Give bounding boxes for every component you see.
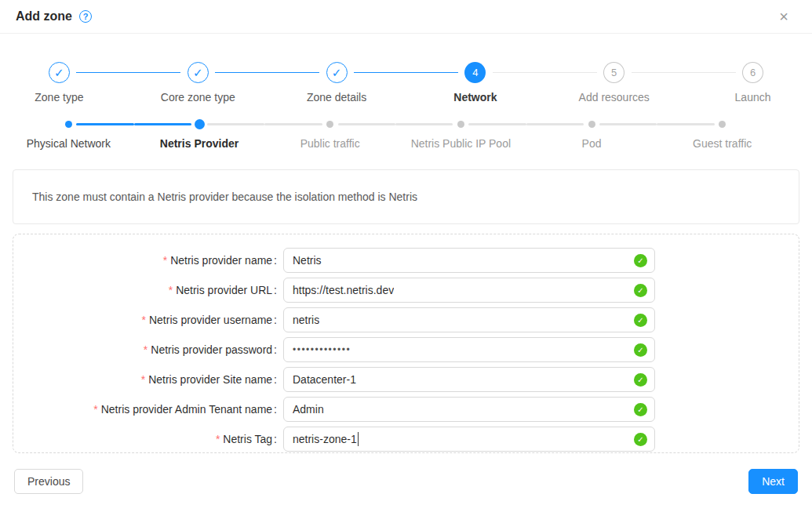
substep-dot [195,119,205,129]
form-row: *Netris provider URL: https://test.netri… [13,278,799,303]
step-check-icon: ✓ [188,62,209,83]
network-substeps: Physical Network Netris Provider Public … [3,119,788,150]
wizard-footer: Previous Next [14,469,798,494]
required-mark: * [216,433,220,445]
step-network: 4 Network [406,62,544,103]
substep-netris-provider: Netris Provider [134,119,265,150]
substep-physical-network: Physical Network [3,119,134,150]
wizard-steps: ✓ Zone type ✓ Core zone type ✓ Zone deta… [0,62,812,103]
isolation-method-notice: This zone must contain a Netris provider… [13,169,799,224]
netris-provider-name-input[interactable]: Netris ✓ [283,248,655,273]
form-row: *Netris provider Admin Tenant name: Admi… [13,397,799,422]
help-icon[interactable]: ? [79,10,92,23]
field-label: *Netris provider username: [13,314,283,326]
close-icon[interactable]: × [779,9,788,24]
valid-check-icon: ✓ [634,314,647,327]
step-add-resources: 5 Add resources [544,62,683,103]
field-label: *Netris Tag: [13,433,283,445]
step-check-icon: ✓ [49,62,70,83]
previous-button[interactable]: Previous [14,469,83,494]
substep-dot [457,121,464,128]
required-mark: * [169,284,173,296]
substep-dot [719,121,726,128]
field-label: *Netris provider Admin Tenant name: [13,403,283,416]
text-caret [358,432,359,446]
valid-check-icon: ✓ [634,403,647,416]
required-mark: * [163,254,167,267]
substep-dot [326,121,333,128]
field-label: *Netris provider password: [13,343,283,356]
step-check-icon: ✓ [326,62,348,83]
step-number: 4 [464,62,486,83]
netris-provider-form: *Netris provider name: Netris ✓ *Netris … [13,234,799,453]
step-number: 5 [603,62,624,83]
netris-provider-username-input[interactable]: netris ✓ [283,307,655,332]
step-launch: 6 Launch [683,62,812,103]
field-label: *Netris provider name: [13,254,283,267]
field-label: *Netris provider Site name: [13,373,283,386]
netris-provider-url-input[interactable]: https://test.netris.dev ✓ [283,278,655,303]
modal-header: Add zone ? × [0,0,812,34]
netris-provider-admin-tenant-name-input[interactable]: Admin ✓ [283,397,655,422]
substep-netris-public-ip-pool: Netris Public IP Pool [395,119,526,150]
netris-provider-password-input[interactable]: ••••••••••••• ✓ [283,337,655,362]
form-row: *Netris provider name: Netris ✓ [13,248,799,273]
required-mark: * [144,343,147,356]
valid-check-icon: ✓ [634,433,647,446]
substep-public-traffic: Public traffic [264,119,395,150]
required-mark: * [93,403,97,416]
next-button[interactable]: Next [748,469,798,494]
page-title: Add zone [16,9,72,24]
required-mark: * [141,373,145,386]
form-row: *Netris provider username: netris ✓ [13,307,799,332]
add-zone-modal: Add zone ? × ✓ Zone type ✓ Core zone typ… [0,0,812,494]
substep-dot [65,121,72,128]
step-core-zone-type: ✓ Core zone type [129,62,268,103]
step-zone-type: ✓ Zone type [0,62,129,103]
netris-tag-input[interactable]: netris-zone-1 ✓ [283,427,655,452]
netris-provider-site-name-input[interactable]: Datacenter-1 ✓ [283,367,655,392]
step-number: 6 [742,62,763,83]
substep-guest-traffic: Guest traffic [657,119,788,150]
valid-check-icon: ✓ [634,254,647,267]
required-mark: * [141,314,145,326]
step-zone-details: ✓ Zone details [268,62,406,103]
notice-text: This zone must contain a Netris provider… [32,191,417,203]
form-row: *Netris provider Site name: Datacenter-1… [13,367,799,392]
valid-check-icon: ✓ [634,284,647,297]
valid-check-icon: ✓ [634,373,647,387]
field-label: *Netris provider URL: [13,284,283,296]
substep-pod: Pod [526,119,657,150]
substep-dot [588,121,595,128]
form-row: *Netris Tag: netris-zone-1 ✓ [13,427,799,452]
valid-check-icon: ✓ [634,343,647,357]
form-row: *Netris provider password: •••••••••••••… [13,337,799,362]
